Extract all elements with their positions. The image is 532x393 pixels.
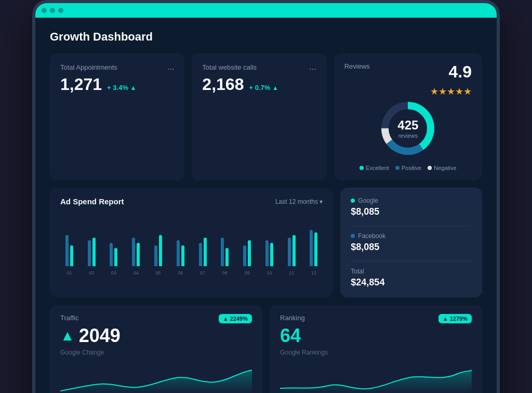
bar-pair (243, 240, 251, 266)
bar-group (105, 243, 123, 266)
traffic-number: 2049 (79, 325, 121, 347)
bar-group (216, 238, 234, 266)
bar-group (238, 240, 256, 266)
bottom-row: Traffic ▲ 2249% ▲ 2049 Google Change (50, 305, 482, 393)
bar-accent (92, 238, 96, 266)
bar-dark (154, 245, 157, 266)
x-label: 11 (283, 270, 301, 276)
bar-dark (132, 238, 135, 266)
traffic-sub: Google Change (60, 349, 252, 356)
bar-group (149, 235, 167, 266)
top-row: Total Appointments ... 1,271 + 3.4% ▲ To… (50, 53, 482, 180)
dashboard: Growth Dashboard Total Appointments ... … (35, 18, 497, 393)
bar-accent (159, 235, 162, 266)
x-labels: 010203040506070809101112 (60, 270, 323, 277)
bar-dark (288, 238, 291, 266)
donut-container: 425 reviews (344, 97, 472, 160)
ranking-label: Ranking (280, 314, 305, 322)
appointments-menu[interactable]: ... (167, 62, 174, 72)
reviews-card: Reviews 4.9 ★★★★★ (334, 53, 482, 180)
bar-group (260, 240, 278, 266)
donut-center: 425 reviews (397, 118, 418, 139)
facebook-label: Facebook (358, 232, 385, 240)
ranking-badge: ▲ 1279% (438, 314, 472, 323)
bar-chart (60, 214, 323, 266)
bar-accent (248, 240, 251, 266)
minimize-button[interactable] (50, 8, 55, 13)
bar-pair (110, 243, 117, 266)
x-label: 04 (127, 270, 145, 276)
device-frame: Growth Dashboard Total Appointments ... … (32, 0, 500, 393)
period-selector[interactable]: Last 12 months ▾ (275, 198, 323, 205)
reviews-label: Reviews (344, 62, 370, 70)
ranking-card: Ranking ▲ 1279% 64 Google Rankings (270, 305, 482, 393)
bar-accent (114, 248, 117, 266)
spend-detail-card: Google $8,085 Facebook $8,085 Total $24,… (340, 188, 482, 297)
bar-group (127, 238, 145, 266)
bar-accent (292, 235, 296, 266)
calls-arrow: ▲ (272, 84, 278, 91)
bar-group (283, 235, 301, 266)
legend-excellent: Excellent (360, 165, 389, 171)
bar-accent (137, 243, 140, 266)
positive-label: Positive (402, 165, 422, 171)
website-calls-card: Total website calls ... 2,168 + 0.7% ▲ (192, 53, 326, 180)
reviews-top: Reviews 4.9 (344, 62, 472, 82)
excellent-label: Excellent (366, 165, 389, 171)
divider-2 (351, 261, 472, 261)
divider-1 (351, 226, 472, 226)
calls-header: Total website calls ... (202, 62, 316, 72)
negative-label: Negative (434, 165, 456, 171)
x-label: 09 (238, 270, 256, 276)
reviews-score: 4.9 (449, 62, 472, 82)
bar-dark (65, 235, 69, 266)
calls-change: + 0.7% ▲ (249, 84, 278, 91)
negative-dot (428, 166, 432, 170)
maximize-button[interactable] (58, 8, 63, 13)
close-button[interactable] (42, 8, 47, 13)
x-label: 01 (60, 270, 78, 276)
bar-pair (310, 230, 317, 266)
bar-pair (154, 235, 162, 266)
bar-pair (177, 240, 184, 266)
ad-header: Ad Spend Report Last 12 months ▾ (60, 197, 323, 206)
bar-dark (88, 240, 91, 266)
bar-group (171, 240, 190, 266)
bar-pair (65, 235, 73, 266)
x-label: 03 (105, 270, 123, 276)
appointments-arrow: ▲ (130, 84, 137, 91)
traffic-card: Traffic ▲ 2249% ▲ 2049 Google Change (50, 305, 262, 393)
bar-dark (243, 245, 246, 266)
bar-pair (221, 238, 229, 266)
bar-group (194, 238, 212, 266)
appointments-value: 1,271 + 3.4% ▲ (60, 75, 174, 94)
google-amount: $8,085 (351, 206, 472, 217)
dashboard-title: Growth Dashboard (50, 30, 482, 44)
bar-dark (310, 230, 313, 266)
titlebar (35, 3, 497, 18)
bar-pair (199, 238, 207, 266)
ranking-value: 64 (280, 325, 472, 347)
facebook-dot (351, 234, 355, 238)
ad-spend-card: Ad Spend Report Last 12 months ▾ 0102030… (50, 188, 333, 297)
appointments-card: Total Appointments ... 1,271 + 3.4% ▲ (50, 53, 184, 180)
bar-dark (110, 243, 113, 266)
bar-group (60, 235, 78, 266)
google-spend: Google $8,085 (351, 197, 472, 217)
x-label: 02 (83, 270, 101, 276)
appointments-label: Total Appointments (60, 63, 117, 71)
bar-accent (204, 238, 207, 266)
bar-dark (221, 238, 224, 266)
ranking-header: Ranking ▲ 1279% (280, 314, 472, 324)
ranking-line-chart (280, 362, 472, 393)
facebook-amount: $8,085 (351, 242, 472, 253)
bar-pair (88, 238, 96, 266)
calls-menu[interactable]: ... (309, 62, 316, 72)
ad-title: Ad Spend Report (60, 197, 124, 206)
ranking-sub: Google Rankings (280, 349, 472, 356)
appointments-header: Total Appointments ... (60, 62, 174, 72)
bar-dark (265, 240, 269, 266)
x-label: 07 (194, 270, 212, 276)
reviews-count: 425 (397, 118, 418, 133)
bar-pair (265, 240, 273, 266)
